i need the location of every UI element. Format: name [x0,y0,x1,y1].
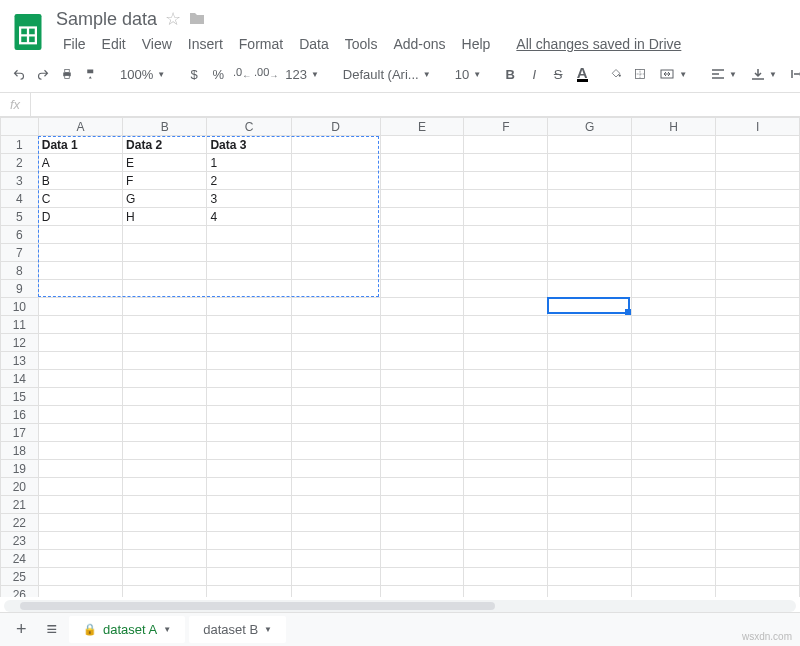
grid-area[interactable]: ABCDEFGHI1Data 1Data 2Data 32AE13BF24CG3… [0,117,800,597]
cell[interactable] [548,226,632,244]
cell[interactable] [464,226,548,244]
row-header[interactable]: 8 [1,262,39,280]
cell[interactable] [207,226,291,244]
cell[interactable] [632,478,716,496]
cell[interactable] [291,172,380,190]
cell[interactable] [464,442,548,460]
italic-button[interactable]: I [523,62,545,86]
cell[interactable] [207,568,291,586]
cell[interactable] [207,514,291,532]
cell[interactable] [380,352,464,370]
cell[interactable] [123,388,207,406]
cell[interactable] [716,154,800,172]
cell[interactable] [716,460,800,478]
cell[interactable] [38,298,122,316]
cell[interactable] [380,370,464,388]
cell[interactable] [291,496,380,514]
cell[interactable] [291,370,380,388]
column-header[interactable]: I [716,118,800,136]
cell[interactable] [123,244,207,262]
cell[interactable] [464,280,548,298]
cell[interactable] [38,334,122,352]
cell[interactable] [716,496,800,514]
row-header[interactable]: 11 [1,316,39,334]
cell[interactable] [207,478,291,496]
cell[interactable] [123,550,207,568]
undo-button[interactable] [8,62,30,86]
column-header[interactable]: G [548,118,632,136]
cell[interactable] [380,514,464,532]
sheet-tab-active[interactable]: 🔒 dataset A ▼ [69,616,185,643]
cell[interactable] [716,568,800,586]
cell[interactable] [464,298,548,316]
cell[interactable] [291,262,380,280]
cell[interactable] [207,532,291,550]
print-button[interactable] [56,62,78,86]
cell[interactable] [716,334,800,352]
cell[interactable] [464,190,548,208]
cell[interactable] [548,460,632,478]
column-header[interactable]: D [291,118,380,136]
cell[interactable] [291,586,380,598]
cell[interactable] [380,586,464,598]
column-header[interactable]: E [380,118,464,136]
cell[interactable] [207,388,291,406]
cell[interactable] [38,460,122,478]
cell[interactable] [716,406,800,424]
cell[interactable]: Data 3 [207,136,291,154]
cell[interactable] [632,514,716,532]
cell[interactable] [548,496,632,514]
cell[interactable] [38,316,122,334]
cell[interactable] [123,352,207,370]
cell[interactable] [380,298,464,316]
cell[interactable] [38,442,122,460]
cell[interactable]: 2 [207,172,291,190]
cell[interactable] [464,586,548,598]
cell[interactable] [380,154,464,172]
cell[interactable] [123,406,207,424]
cell[interactable] [380,388,464,406]
cell[interactable] [380,208,464,226]
cell[interactable] [123,478,207,496]
cell[interactable] [380,496,464,514]
add-sheet-button[interactable]: + [8,613,35,646]
cell[interactable] [207,406,291,424]
cell[interactable] [207,298,291,316]
cell[interactable] [38,262,122,280]
folder-icon[interactable] [189,9,205,30]
cell[interactable] [632,208,716,226]
cell[interactable] [548,154,632,172]
cell[interactable] [380,262,464,280]
cell[interactable] [632,334,716,352]
cell[interactable] [716,424,800,442]
scrollbar-thumb[interactable] [20,602,495,610]
cell[interactable] [38,568,122,586]
doc-title[interactable]: Sample data [56,9,157,30]
cell[interactable] [291,478,380,496]
cell[interactable] [38,586,122,598]
cell[interactable] [632,442,716,460]
row-header[interactable]: 12 [1,334,39,352]
cell[interactable] [548,532,632,550]
decrease-decimal-button[interactable]: .0← [231,62,253,86]
row-header[interactable]: 19 [1,460,39,478]
menu-insert[interactable]: Insert [181,32,230,56]
cell[interactable] [207,262,291,280]
cell[interactable] [123,280,207,298]
cell[interactable] [380,568,464,586]
row-header[interactable]: 16 [1,406,39,424]
cell[interactable] [548,568,632,586]
cell[interactable] [716,370,800,388]
all-sheets-button[interactable]: ≡ [39,613,66,646]
cell[interactable] [207,244,291,262]
cell[interactable] [291,532,380,550]
cell[interactable] [207,370,291,388]
cell[interactable] [123,262,207,280]
cell[interactable] [123,514,207,532]
cell[interactable] [464,568,548,586]
cell[interactable] [464,244,548,262]
cell[interactable] [632,496,716,514]
cell[interactable] [464,352,548,370]
row-header[interactable]: 25 [1,568,39,586]
cell[interactable] [632,244,716,262]
